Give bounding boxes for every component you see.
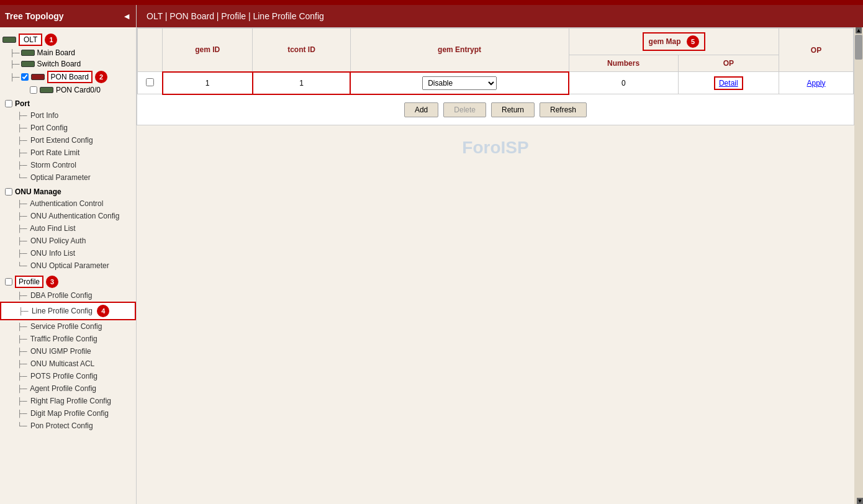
row-detail-cell[interactable]: Detail — [678, 72, 779, 94]
profile-badge: 3 — [46, 276, 58, 288]
nav-traffic-profile-config[interactable]: ├─ Traffic Profile Config — [0, 333, 136, 345]
table-scrollbar[interactable]: ▲ ▼ — [854, 27, 863, 504]
onu-manage-label: ONU Manage — [15, 187, 61, 196]
profile-checkbox[interactable] — [5, 278, 12, 286]
olt-icon — [2, 37, 16, 43]
tree-node-poncard[interactable]: PON Card0/0 — [0, 84, 136, 96]
nav-onu-multicast-acl[interactable]: ├─ ONU Multicast ACL — [0, 358, 136, 370]
row-gem-entrypt[interactable]: Disable Enable — [350, 72, 569, 94]
breadcrumb: OLT | PON Board | Profile | Line Profile… — [137, 5, 863, 27]
olt-label[interactable]: OLT — [19, 34, 42, 46]
apply-link[interactable]: Apply — [807, 79, 825, 88]
detail-link[interactable]: Detail — [714, 76, 743, 90]
row-gem-id: 1 — [163, 72, 253, 94]
th-op2: OP — [779, 29, 854, 72]
sidebar-title: Tree Topology — [5, 11, 64, 21]
port-checkbox[interactable] — [5, 100, 12, 107]
nav-auto-find-list[interactable]: ├─ Auto Find List — [0, 222, 136, 235]
th-gem-map: gem Map 5 — [569, 29, 779, 55]
ponboard-icon — [31, 74, 45, 80]
nav-onu-optical-param[interactable]: └─ ONU Optical Parameter — [0, 259, 136, 272]
th-tcont-id: tcont ID — [253, 29, 350, 72]
th-gem-id: gem ID — [163, 29, 253, 72]
port-header[interactable]: Port — [0, 98, 136, 109]
onu-manage-checkbox[interactable] — [5, 188, 12, 196]
nav-onu-auth-config[interactable]: ├─ ONU Authentication Config — [0, 210, 136, 222]
poncard-label[interactable]: PON Card0/0 — [56, 86, 101, 94]
row-tcont-id: 1 — [253, 72, 350, 94]
th-op1: OP — [678, 55, 779, 72]
onu-manage-section: ONU Manage ├─ Authentication Control ├─ … — [0, 186, 136, 272]
nav-digit-map-profile-config[interactable]: ├─ Digit Map Profile Config — [0, 407, 136, 420]
gemmap-badge: 5 — [687, 35, 699, 48]
ponboard-checkbox[interactable] — [21, 73, 29, 81]
port-section-label: Port — [15, 99, 30, 108]
nav-auth-control[interactable]: ├─ Authentication Control — [0, 197, 136, 210]
poncard-icon — [40, 87, 53, 93]
row-apply-cell[interactable]: Apply — [779, 72, 854, 94]
collapse-arrow-icon[interactable]: ◄ — [122, 11, 131, 21]
th-checkbox — [138, 29, 163, 72]
nav-optical-parameter[interactable]: └─ Optical Parameter — [0, 171, 136, 184]
action-buttons: Add Delete Return Refresh — [137, 95, 854, 125]
ponboard-label[interactable]: PON Board — [47, 71, 93, 83]
refresh-button[interactable]: Refresh — [540, 102, 587, 117]
mainboard-icon — [21, 50, 35, 56]
tree-node-ponboard[interactable]: ├─ PON Board 2 — [0, 70, 136, 84]
poncard-checkbox[interactable] — [30, 86, 37, 94]
nav-onu-policy-auth[interactable]: ├─ ONU Policy Auth — [0, 235, 136, 247]
port-section: Port ├─ Port Info ├─ Port Config ├─ Port… — [0, 98, 136, 184]
nav-port-extend-config[interactable]: ├─ Port Extend Config — [0, 134, 136, 146]
tree-node-switchboard[interactable]: ├─ Switch Board — [0, 58, 136, 70]
return-button[interactable]: Return — [491, 102, 535, 117]
nav-onu-igmp-profile[interactable]: ├─ ONU IGMP Profile — [0, 345, 136, 358]
th-gem-entrypt: gem Entrypt — [350, 29, 569, 72]
switchboard-label[interactable]: Switch Board — [37, 60, 81, 68]
switchboard-icon — [21, 61, 35, 67]
sidebar-tree: OLT 1 ├─ Main Board ├─ Switch Board ├─ P… — [0, 27, 136, 504]
nav-agent-profile-config[interactable]: ├─ Agent Profile Config — [0, 382, 136, 395]
tree-node-olt[interactable]: OLT 1 — [0, 30, 136, 47]
watermark: ForoISP — [137, 125, 854, 170]
gem-entrypt-select[interactable]: Disable Enable — [422, 76, 497, 90]
ponboard-badge: 2 — [95, 71, 107, 83]
table-row: 1 1 Disable Enable — [138, 72, 854, 94]
nav-right-flag-profile-config[interactable]: ├─ Right Flag Profile Config — [0, 395, 136, 407]
row-checkbox-cell[interactable] — [138, 72, 163, 94]
nav-port-rate-limit[interactable]: ├─ Port Rate Limit — [0, 146, 136, 159]
nav-port-info[interactable]: ├─ Port Info — [0, 109, 136, 122]
row-checkbox[interactable] — [146, 78, 154, 86]
nav-onu-info-list[interactable]: ├─ ONU Info List — [0, 247, 136, 259]
line-profile-badge: 4 — [97, 305, 109, 317]
add-button[interactable]: Add — [404, 102, 438, 117]
nav-line-profile-config[interactable]: ├─ Line Profile Config 4 — [0, 302, 136, 320]
nav-storm-control[interactable]: ├─ Storm Control — [0, 159, 136, 171]
nav-pon-protect-config[interactable]: └─ Pon Protect Config — [0, 420, 136, 432]
nav-pots-profile-config[interactable]: ├─ POTS Profile Config — [0, 370, 136, 382]
onu-manage-header[interactable]: ONU Manage — [0, 186, 136, 197]
sidebar-header: Tree Topology ◄ — [0, 5, 136, 27]
nav-service-profile-config[interactable]: ├─ Service Profile Config — [0, 320, 136, 333]
profile-section: Profile 3 ├─ DBA Profile Config ├─ Line … — [0, 274, 136, 432]
th-numbers: Numbers — [569, 55, 678, 72]
row-numbers: 0 — [569, 72, 678, 94]
line-profile-table: gem ID tcont ID gem Entrypt gem Map 5 — [137, 28, 854, 95]
nav-port-config[interactable]: ├─ Port Config — [0, 122, 136, 134]
nav-dba-profile-config[interactable]: ├─ DBA Profile Config — [0, 289, 136, 302]
olt-badge: 1 — [45, 34, 57, 46]
tree-node-mainboard[interactable]: ├─ Main Board — [0, 47, 136, 58]
delete-button[interactable]: Delete — [443, 102, 486, 117]
profile-header[interactable]: Profile 3 — [0, 274, 136, 289]
profile-label: Profile — [15, 276, 43, 288]
mainboard-label[interactable]: Main Board — [37, 48, 75, 57]
